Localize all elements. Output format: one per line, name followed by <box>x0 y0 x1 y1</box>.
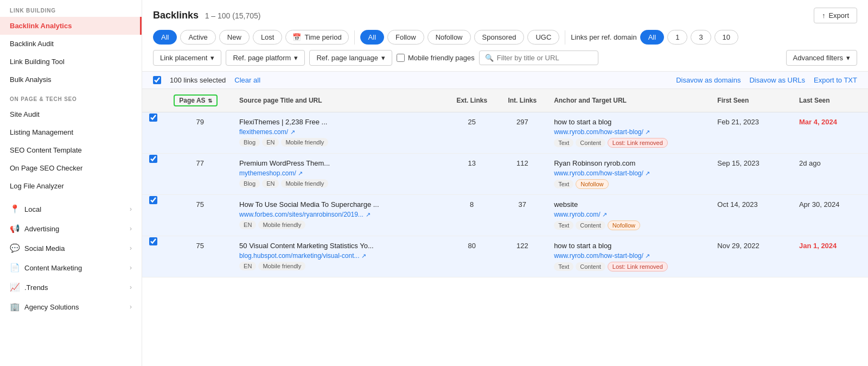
sidebar-item-trends[interactable]: 📈 .Trends › <box>0 277 142 297</box>
first-seen-value: Oct 14, 2023 <box>711 195 793 236</box>
source-title: 50 Visual Content Marketing Statistics Y… <box>239 242 402 250</box>
source-url-link[interactable]: blog.hubspot.com/marketing/visual-cont..… <box>239 252 359 260</box>
source-tag: EN <box>262 179 279 188</box>
lprd-3-button[interactable]: 3 <box>691 30 711 45</box>
badge: Content <box>576 138 605 147</box>
row-checkbox[interactable] <box>149 113 157 122</box>
sidebar-item-backlink-audit[interactable]: Backlink Audit <box>0 35 142 53</box>
upload-icon: ↑ <box>822 11 826 20</box>
ref-page-language-dropdown[interactable]: Ref. page language ▾ <box>309 50 392 66</box>
source-tag: EN <box>239 262 256 270</box>
backlinks-count: 1 – 100 (15,705) <box>205 11 261 20</box>
sidebar-item-backlink-analytics[interactable]: Backlink Analytics <box>0 17 142 35</box>
filter-divider-2 <box>565 30 565 45</box>
source-url-link[interactable]: flexithemes.com/ <box>239 128 288 136</box>
sidebar-item-local[interactable]: 📍 Local › <box>0 199 142 219</box>
chevron-right-icon: › <box>130 303 132 311</box>
backlinks-table: Page AS ⇅ Source page Title and URL Ext.… <box>142 89 868 277</box>
table-row: 75 50 Visual Content Marketing Statistic… <box>142 236 868 277</box>
source-tag: Blog <box>239 138 260 147</box>
anchor-url-link[interactable]: www.ryrob.com/ <box>554 211 600 218</box>
filter-lost-button[interactable]: Lost <box>253 30 283 45</box>
search-input[interactable] <box>497 54 592 62</box>
disavow-urls-button[interactable]: Disavow as URLs <box>749 76 805 84</box>
ext-links-value: 8 <box>446 195 497 236</box>
filter-active-button[interactable]: Active <box>180 30 215 45</box>
chevron-right-icon: › <box>130 205 132 213</box>
anchor-title: how to start a blog <box>554 118 704 126</box>
social-media-icon: 💬 <box>10 243 20 253</box>
filter-ugc-button[interactable]: UGC <box>527 30 559 45</box>
anchor-badges: TextNofollow <box>554 177 704 189</box>
sidebar-item-log-file-analyzer[interactable]: Log File Analyzer <box>0 177 142 195</box>
anchor-url-row: www.ryrob.com/how-start-blog/ ↗ <box>554 169 704 177</box>
lprd-1-button[interactable]: 1 <box>667 30 687 45</box>
mobile-friendly-checkbox[interactable] <box>397 54 405 62</box>
source-url-row: mythemeshop.com/ ↗ <box>239 169 440 177</box>
anchor-url-link[interactable]: www.ryrob.com/how-start-blog/ <box>554 128 643 136</box>
lprd-all-button[interactable]: All <box>640 30 664 45</box>
clear-all-link[interactable]: Clear all <box>234 76 260 84</box>
link-placement-dropdown[interactable]: Link placement ▾ <box>153 50 221 66</box>
row-checkbox[interactable] <box>149 196 157 204</box>
source-url-row: flexithemes.com/ ↗ <box>239 128 440 136</box>
chevron-down-icon: ▾ <box>210 54 214 62</box>
sidebar-item-on-page-seo-checker[interactable]: On Page SEO Checker <box>0 159 142 177</box>
th-anchor: Anchor and Target URL <box>547 89 711 112</box>
select-all-checkbox[interactable] <box>153 76 161 84</box>
th-page-as[interactable]: Page AS ⇅ <box>167 89 233 112</box>
sidebar-item-listing-management[interactable]: Listing Management <box>0 123 142 141</box>
last-seen-value: Mar 4, 2024 <box>793 112 868 154</box>
badge: Content <box>576 262 605 271</box>
row-checkbox[interactable] <box>149 237 157 245</box>
filter-sponsored-button[interactable]: Sponsored <box>474 30 525 45</box>
sidebar-item-social-media[interactable]: 💬 Social Media › <box>0 238 142 258</box>
source-tag: Blog <box>239 179 260 188</box>
source-url-link[interactable]: mythemeshop.com/ <box>239 169 296 177</box>
filter-linktype-all-button[interactable]: All <box>360 30 384 45</box>
on-page-section-label: ON PAGE & TECH SEO <box>0 89 142 105</box>
search-icon: 🔍 <box>485 54 494 62</box>
sidebar-item-advertising[interactable]: 📢 Advertising › <box>0 219 142 238</box>
source-tag: Mobile friendly <box>281 179 328 188</box>
disavow-domains-button[interactable]: Disavow as domains <box>676 76 741 84</box>
filter-nofollow-button[interactable]: Nofollow <box>427 30 471 45</box>
sidebar-item-agency-solutions[interactable]: 🏢 Agency Solutions › <box>0 297 142 317</box>
table-row: 79 FlexiThemes | 2,238 Free ... flexithe… <box>142 112 868 154</box>
time-period-button[interactable]: 📅 Time period <box>285 30 348 45</box>
source-url-link[interactable]: www.forbes.com/sites/ryanrobinson/2019..… <box>239 211 363 218</box>
lprd-10-button[interactable]: 10 <box>714 30 738 45</box>
sidebar-item-seo-content-template[interactable]: SEO Content Template <box>0 141 142 159</box>
page-as-value: 77 <box>167 154 233 195</box>
row-checkbox[interactable] <box>149 155 157 163</box>
advanced-filters-button[interactable]: Advanced filters ▾ <box>786 50 858 66</box>
ref-page-platform-dropdown[interactable]: Ref. page platform ▾ <box>226 50 305 66</box>
external-link-icon: ↗ <box>361 253 366 259</box>
anchor-title: Ryan Robinson ryrob.com <box>554 159 704 167</box>
filter-follow-button[interactable]: Follow <box>387 30 424 45</box>
anchor-url-link[interactable]: www.ryrob.com/how-start-blog/ <box>554 252 643 260</box>
export-button[interactable]: ↑ Export <box>814 8 857 23</box>
header-top-row: Backlinks 1 – 100 (15,705) ↑ Export <box>153 8 857 23</box>
source-title: How To Use Social Media To Supercharge .… <box>239 200 402 209</box>
source-title: FlexiThemes | 2,238 Free ... <box>239 118 402 126</box>
filter-all-button[interactable]: All <box>153 30 177 45</box>
sidebar-item-site-audit[interactable]: Site Audit <box>0 105 142 123</box>
page-as-label: Page AS <box>179 97 205 104</box>
mobile-friendly-filter[interactable]: Mobile friendly pages <box>397 54 475 62</box>
ext-links-value: 80 <box>446 236 497 277</box>
export-txt-button[interactable]: Export to TXT <box>814 76 857 84</box>
sidebar-item-label: Backlink Analytics <box>10 22 72 30</box>
filter-new-button[interactable]: New <box>219 30 250 45</box>
anchor-url-row: www.ryrob.com/ ↗ <box>554 210 704 218</box>
sidebar-item-label: On Page SEO Checker <box>10 164 82 172</box>
sidebar-item-link-building-tool[interactable]: Link Building Tool <box>0 53 142 71</box>
external-link-icon: ↗ <box>645 253 650 259</box>
page-as-value: 75 <box>167 236 233 277</box>
source-cell: How To Use Social Media To Supercharge .… <box>233 195 446 236</box>
sidebar-item-bulk-analysis[interactable]: Bulk Analysis <box>0 71 142 89</box>
anchor-cell: Ryan Robinson ryrob.com www.ryrob.com/ho… <box>547 154 711 195</box>
int-links-value: 297 <box>497 112 547 154</box>
sidebar-item-content-marketing[interactable]: 📄 Content Marketing › <box>0 258 142 277</box>
anchor-url-link[interactable]: www.ryrob.com/how-start-blog/ <box>554 169 643 177</box>
